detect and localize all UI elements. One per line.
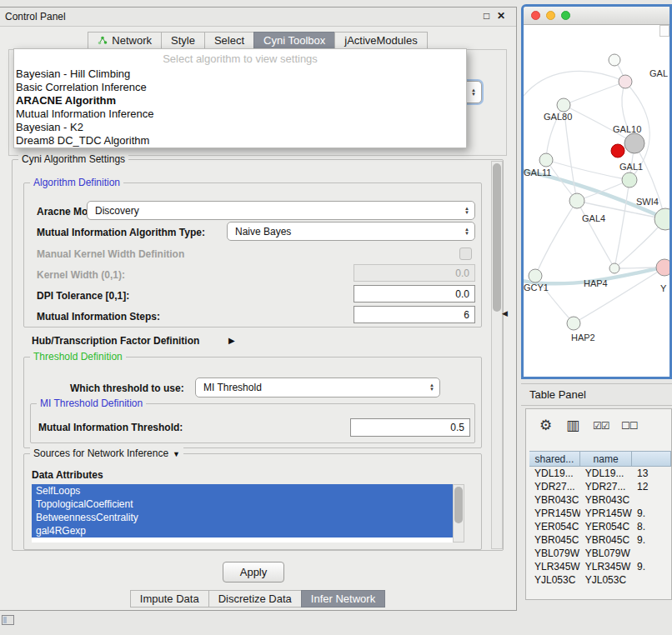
tab-discretize-data[interactable]: Discretize Data: [208, 590, 302, 608]
table-row[interactable]: YPR145WYPR145W9.: [529, 507, 671, 520]
table-row[interactable]: YBL079WYBL079W: [529, 547, 671, 560]
combo-stepper-icon: ▲▼: [464, 207, 469, 215]
mi-algorithm-type-combo[interactable]: Naive Bayes ▲▼: [227, 222, 475, 241]
network-node[interactable]: [619, 75, 632, 88]
table-panel-titlebar[interactable]: Table Panel: [521, 383, 672, 406]
network-edge[interactable]: [564, 82, 625, 105]
gear-icon[interactable]: ⚙: [539, 417, 552, 434]
tab-network[interactable]: Network: [88, 32, 162, 49]
network-node[interactable]: [611, 144, 624, 158]
network-node[interactable]: [654, 208, 669, 230]
zoom-traffic-light[interactable]: [561, 11, 570, 20]
network-node[interactable]: [656, 259, 669, 276]
dropdown-prompt: Select algorithm to view settings: [14, 51, 466, 68]
mi-steps-field[interactable]: 6: [354, 306, 475, 323]
algorithm-option-bayesian-hill-climbing[interactable]: Bayesian - Hill Climbing: [14, 68, 466, 81]
table-cell: 12: [632, 481, 671, 492]
tab-label: Infer Network: [311, 592, 375, 605]
tab-label: Discretize Data: [218, 592, 292, 605]
settings-scrollbar-thumb[interactable]: [493, 163, 501, 312]
network-node[interactable]: [567, 317, 580, 330]
table-cell: YBR045C: [580, 534, 632, 546]
network-node[interactable]: [539, 153, 553, 167]
mi-algorithm-type-value: Naive Bayes: [235, 226, 464, 238]
minimize-traffic-light[interactable]: [546, 11, 555, 20]
network-node[interactable]: [609, 263, 619, 273]
table-row[interactable]: YDL19...YDL19...13: [529, 467, 671, 480]
tab-style[interactable]: Style: [161, 32, 205, 49]
network-node-label: GAL: [649, 68, 668, 78]
network-edge[interactable]: [524, 71, 625, 96]
tab-jactivemodules[interactable]: jActiveModules: [334, 32, 427, 49]
settings-scrollbar[interactable]: [491, 161, 503, 549]
table-cell: YPR145W: [580, 508, 632, 519]
column-header-shared[interactable]: shared...: [529, 451, 580, 467]
network-node[interactable]: [557, 98, 570, 112]
table-row[interactable]: YJL053CYJL053C: [529, 573, 671, 587]
table-row[interactable]: YDR27...YDR27...12: [529, 480, 671, 493]
network-node[interactable]: [529, 269, 542, 282]
dpi-tolerance-field[interactable]: 0.0: [354, 285, 475, 302]
float-window-icon[interactable]: □: [484, 10, 489, 22]
algorithm-option-dream8-dc-tdc-algorithm[interactable]: Dream8 DC_TDC Algorithm: [14, 134, 466, 148]
select-all-icon[interactable]: ☑☑: [593, 420, 609, 432]
data-attributes-list[interactable]: SelfLoopsTopologicalCoefficientBetweenne…: [32, 484, 453, 542]
tab-infer-network[interactable]: Infer Network: [301, 590, 385, 608]
table-cell: YBR043C: [529, 494, 580, 506]
combo-down-icon: ▼: [464, 211, 469, 215]
algorithm-option-bayesian-k2[interactable]: Bayesian - K2: [14, 121, 466, 134]
network-node[interactable]: [622, 172, 637, 188]
apply-button[interactable]: Apply: [223, 562, 284, 582]
attribute-item-betweennesscentrality[interactable]: BetweennessCentrality: [32, 511, 453, 524]
expand-section-icon[interactable]: ▶: [228, 336, 235, 345]
table-cell: YJL053C: [529, 574, 580, 586]
algorithm-option-mutual-information-inference[interactable]: Mutual Information Inference: [14, 108, 466, 121]
splitter-collapse-icon[interactable]: ◀: [502, 309, 508, 318]
table-row[interactable]: YER054CYER054C8.: [529, 520, 671, 533]
which-threshold-combo[interactable]: MI Threshold ▲▼: [195, 378, 440, 398]
attributes-scrollbar-thumb[interactable]: [454, 487, 463, 523]
columns-icon[interactable]: ▥: [566, 417, 579, 434]
attribute-item-topologicalcoefficient[interactable]: TopologicalCoefficient: [32, 498, 453, 511]
sources-title: Sources for Network Inference▼: [30, 448, 183, 459]
network-edge[interactable]: [577, 201, 614, 268]
network-window-titlebar[interactable]: [524, 7, 669, 25]
control-panel-titlebar[interactable]: Control Panel □ ✕: [0, 8, 516, 27]
network-edge[interactable]: [535, 201, 577, 276]
table-row[interactable]: YBR045CYBR045C9.: [529, 533, 671, 547]
tab-impute-data[interactable]: Impute Data: [130, 590, 209, 608]
deselect-all-icon[interactable]: ☐☐: [621, 420, 638, 432]
which-threshold-label: Which threshold to use:: [70, 382, 184, 394]
network-node[interactable]: [569, 193, 584, 208]
control-panel-tabs: NetworkStyleSelectCyni ToolboxjActiveMod…: [0, 32, 516, 50]
network-node-label: GCY1: [524, 282, 549, 292]
network-canvas[interactable]: GALGAL80GAL10GAL11GAL1SWI4GAL4GCY1HAP4HA…: [524, 25, 669, 377]
network-node[interactable]: [624, 133, 644, 153]
canvas-scroll-corner[interactable]: [659, 25, 669, 37]
algorithm-option-aracne-algorithm[interactable]: ARACNE Algorithm: [14, 94, 466, 108]
table-row[interactable]: YLR345WYLR345W9.: [529, 560, 671, 573]
close-window-icon[interactable]: ✕: [497, 10, 505, 22]
tab-label: Cyni Toolbox: [263, 34, 325, 47]
algorithm-option-basic-correlation-inference[interactable]: Basic Correlation Inference: [14, 81, 466, 94]
table-row[interactable]: YBR043CYBR043C: [529, 493, 671, 507]
network-edge[interactable]: [577, 180, 629, 201]
table-header-row: shared...name: [529, 451, 671, 467]
attribute-item-gal4rgexp[interactable]: gal4RGexp: [32, 524, 453, 538]
close-traffic-light[interactable]: [531, 11, 540, 20]
attribute-item-selfloops[interactable]: SelfLoops: [32, 484, 453, 498]
attributes-scrollbar[interactable]: [453, 484, 464, 542]
network-node-label: Y: [660, 283, 667, 293]
table-cell: YBL079W: [529, 548, 580, 559]
network-edge[interactable]: [614, 180, 629, 268]
collapsed-panel-icon[interactable]: [2, 615, 14, 625]
network-node[interactable]: [609, 54, 620, 66]
column-header-name[interactable]: name: [579, 451, 632, 467]
column-header-extra[interactable]: [631, 451, 671, 467]
mi-threshold-field[interactable]: 0.5: [350, 418, 470, 437]
tab-select[interactable]: Select: [204, 32, 254, 49]
collapse-section-icon[interactable]: ▼: [173, 450, 180, 458]
aracne-mode-combo[interactable]: Discovery ▲▼: [87, 201, 475, 220]
tab-cyni-toolbox[interactable]: Cyni Toolbox: [253, 32, 335, 49]
data-attributes-label: Data Attributes: [32, 469, 103, 481]
